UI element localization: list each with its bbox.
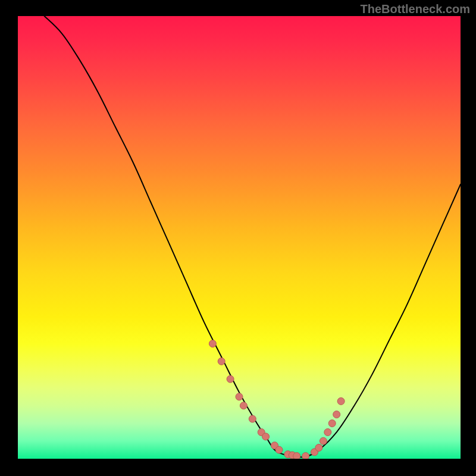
data-dot [262,433,270,440]
chart-svg [18,16,461,459]
data-dot [249,415,256,422]
bottleneck-curve [45,16,461,457]
data-dot [315,444,322,451]
plot-area [18,16,461,459]
data-dot [293,453,300,459]
watermark-label: TheBottleneck.com [361,2,470,16]
data-dot [328,420,336,427]
data-dot [227,375,234,383]
data-dot [236,393,243,400]
data-dot [275,446,283,453]
data-dot [209,340,216,347]
data-dot [333,411,340,418]
data-dot [240,402,247,409]
data-dot [218,358,225,365]
data-dot [320,437,327,444]
data-dot [302,453,309,459]
data-dot [337,397,345,405]
data-dot [324,428,331,436]
data-dots [209,340,345,459]
